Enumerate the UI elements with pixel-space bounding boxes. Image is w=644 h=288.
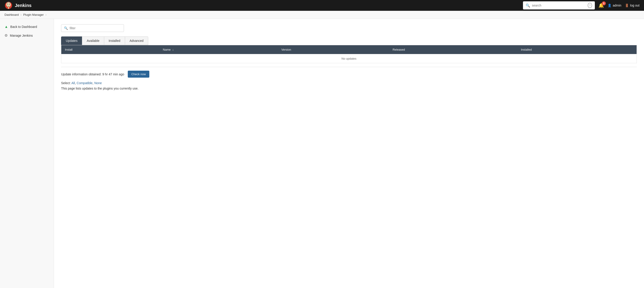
check-now-button[interactable]: Check now bbox=[128, 71, 149, 78]
manage-jenkins-icon: ⚙ bbox=[4, 33, 8, 38]
notification-bell[interactable]: 🔔 5 bbox=[598, 3, 604, 8]
help-icon[interactable]: ? bbox=[588, 3, 592, 8]
sidebar-manage-label: Manage Jenkins bbox=[10, 34, 33, 37]
tab-advanced[interactable]: Advanced bbox=[125, 37, 148, 45]
tab-updates[interactable]: Updates bbox=[61, 37, 82, 45]
col-installed: Installed bbox=[517, 45, 637, 54]
col-released: Released bbox=[389, 45, 517, 54]
page-layout: ▲ Back to Dashboard ⚙ Manage Jenkins 🔍 U… bbox=[0, 19, 644, 288]
filter-input-wrap[interactable]: 🔍 bbox=[61, 24, 124, 32]
back-dashboard-icon: ▲ bbox=[4, 25, 8, 29]
filter-input[interactable] bbox=[70, 26, 121, 30]
search-bar[interactable]: 🔍 ? bbox=[523, 1, 595, 10]
col-install: Install bbox=[61, 45, 160, 54]
filter-container: 🔍 bbox=[61, 24, 637, 32]
sidebar-item-dashboard[interactable]: ▲ Back to Dashboard bbox=[0, 23, 54, 31]
tab-installed[interactable]: Installed bbox=[104, 37, 125, 45]
no-updates-message: No updates bbox=[61, 54, 637, 63]
no-updates-row: No updates bbox=[61, 54, 637, 63]
select-compatible-link[interactable]: Compatible bbox=[76, 81, 92, 85]
jenkins-logo-icon bbox=[4, 1, 12, 10]
main-content: 🔍 Updates Available Installed Advanced I… bbox=[54, 19, 644, 288]
svg-point-2 bbox=[8, 4, 8, 5]
sidebar-back-label: Back to Dashboard bbox=[10, 25, 37, 29]
filter-search-icon: 🔍 bbox=[64, 26, 68, 30]
notification-badge: 5 bbox=[602, 1, 606, 6]
jenkins-logo[interactable]: Jenkins bbox=[4, 1, 32, 10]
update-info: Update information obtained: 9 hr 47 min… bbox=[61, 71, 637, 78]
svg-point-3 bbox=[9, 4, 10, 5]
logout-label: log out bbox=[630, 4, 640, 7]
table-header-row: Install Name ↓ Version Released Installe… bbox=[61, 45, 637, 54]
select-none-link[interactable]: None bbox=[94, 81, 102, 85]
page-description: This page lists updates to the plugins y… bbox=[61, 87, 637, 90]
select-links: Select: All, Compatible, None bbox=[61, 81, 637, 85]
sidebar: ▲ Back to Dashboard ⚙ Manage Jenkins bbox=[0, 19, 54, 288]
select-all-link[interactable]: All bbox=[72, 81, 75, 85]
tabs: Updates Available Installed Advanced bbox=[61, 37, 637, 45]
user-menu[interactable]: 👤 admin bbox=[608, 4, 621, 7]
user-label: admin bbox=[613, 4, 621, 7]
app-title: Jenkins bbox=[15, 3, 32, 8]
top-navigation: Jenkins 🔍 ? 🔔 5 👤 admin 🚪 log out bbox=[0, 0, 644, 11]
search-input[interactable] bbox=[532, 4, 586, 7]
col-name: Name ↓ bbox=[159, 45, 278, 54]
divider bbox=[61, 67, 637, 67]
breadcrumb-plugin-manager[interactable]: Plugin Manager bbox=[23, 13, 44, 17]
sort-arrow-icon: ↓ bbox=[172, 48, 174, 51]
svg-rect-4 bbox=[8, 8, 9, 9]
plugin-table: Install Name ↓ Version Released Installe… bbox=[61, 45, 637, 63]
breadcrumb: Dashboard › Plugin Manager › bbox=[0, 11, 644, 19]
user-icon: 👤 bbox=[608, 4, 612, 7]
breadcrumb-sep-1: › bbox=[21, 13, 22, 17]
select-label: Select: bbox=[61, 81, 71, 85]
logout-button[interactable]: 🚪 log out bbox=[625, 4, 640, 7]
update-info-message: Update information obtained: 9 hr 47 min… bbox=[61, 72, 124, 76]
breadcrumb-sep-2: › bbox=[46, 13, 46, 17]
tab-available[interactable]: Available bbox=[82, 37, 104, 45]
search-icon: 🔍 bbox=[526, 3, 530, 8]
logout-icon: 🚪 bbox=[625, 4, 629, 7]
breadcrumb-dashboard[interactable]: Dashboard bbox=[4, 13, 19, 17]
col-version: Version bbox=[278, 45, 389, 54]
sidebar-item-manage-jenkins[interactable]: ⚙ Manage Jenkins bbox=[0, 31, 54, 40]
